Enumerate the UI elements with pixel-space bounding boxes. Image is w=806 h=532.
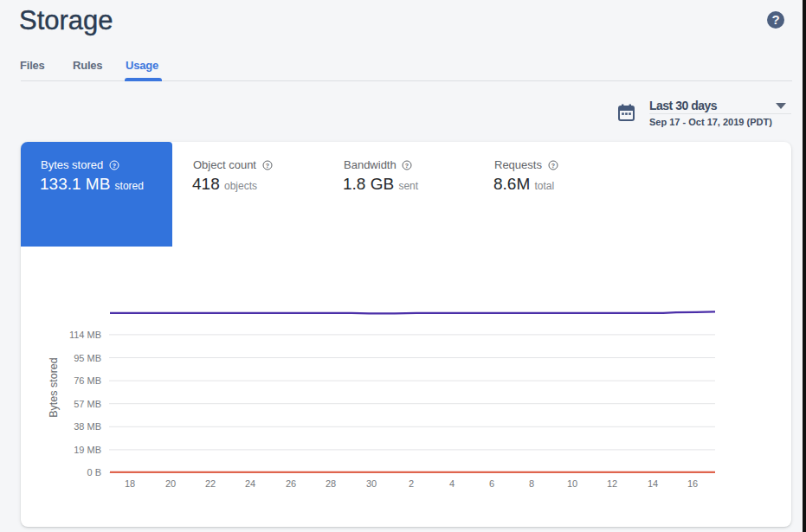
svg-text:?: ? [265, 163, 268, 169]
svg-text:?: ? [113, 163, 116, 169]
svg-text:?: ? [551, 163, 554, 169]
svg-text:?: ? [405, 163, 409, 169]
